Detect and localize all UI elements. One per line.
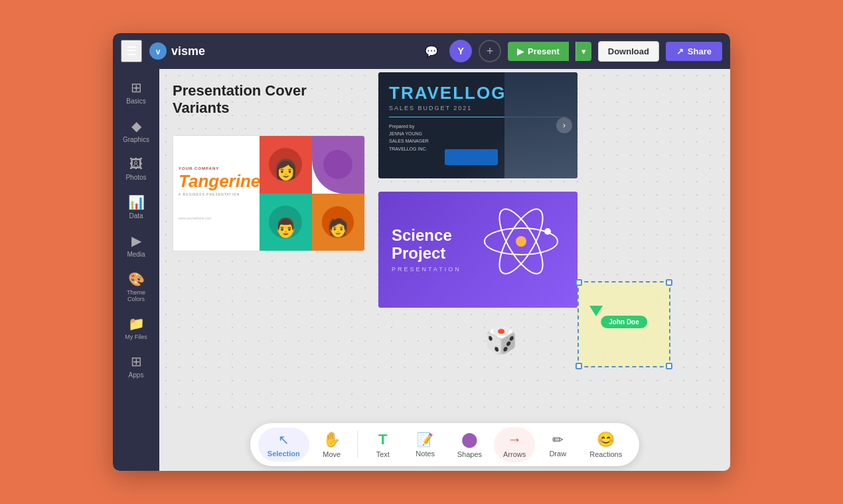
tangerine-brand: YOUR COMPANY (179, 166, 254, 170)
notes-icon: 📝 (417, 432, 433, 448)
sidebar-item-graphics[interactable]: ◆ Graphics (117, 113, 155, 149)
sidebar-item-label: Apps (129, 371, 144, 379)
svg-point-6 (544, 228, 551, 235)
resize-handle-tr[interactable] (666, 279, 672, 286)
sidebar-item-media[interactable]: ▶ Media (117, 227, 155, 263)
tg-cell-1: 👩 (260, 136, 312, 194)
sidebar: ⊞ Basics ◆ Graphics 🖼 Photos 📊 Data ▶ Me… (113, 69, 159, 471)
toolbar-divider-1 (357, 431, 358, 458)
present-dropdown-button[interactable]: ▾ (575, 42, 591, 61)
draw-label: Draw (549, 450, 566, 458)
slide-title: Presentation Cover Variants (173, 82, 307, 117)
canvas-content[interactable]: Presentation Cover Variants YOUR COMPANY… (159, 69, 730, 418)
toolbar-item-draw[interactable]: ✏ Draw (538, 428, 577, 462)
sidebar-item-my-files[interactable]: 📁 My Files (117, 310, 155, 346)
my-files-icon: 📁 (128, 316, 145, 332)
element-triangle (589, 306, 603, 316)
atom-graphic (478, 198, 564, 284)
logo: v visme (149, 42, 205, 60)
toolbar-item-arrows[interactable]: → Arrows (494, 427, 535, 462)
next-arrow[interactable]: › (556, 117, 572, 133)
header: ☰ v visme 💬 Y + ▶ Present ▾ Download ↗ S… (113, 33, 730, 69)
sidebar-item-basics[interactable]: ⊞ Basics (117, 74, 155, 110)
element-label: John Doe (601, 316, 647, 328)
media-icon: ▶ (131, 233, 141, 249)
svg-point-5 (516, 236, 526, 247)
text-label: Text (376, 450, 390, 458)
notes-label: Notes (416, 450, 435, 458)
basics-icon: ⊞ (131, 80, 142, 95)
apps-icon: ⊞ (131, 353, 142, 369)
sidebar-item-label: Data (129, 212, 143, 220)
toolbar-item-shapes[interactable]: ⬤ Shapes (448, 427, 491, 462)
sidebar-item-label: Graphics (123, 136, 149, 143)
main-area: ⊞ Basics ◆ Graphics 🖼 Photos 📊 Data ▶ Me… (113, 69, 730, 471)
theme-colors-icon: 🎨 (128, 271, 145, 287)
tg-cell-3: 👨 (260, 194, 312, 251)
tg-cell-2 (312, 136, 364, 194)
sidebar-item-label: Photos (125, 174, 146, 181)
sidebar-item-theme-colors[interactable]: 🎨 ThemeColors (117, 266, 155, 308)
photos-icon: 🖼 (129, 157, 143, 172)
reactions-label: Reactions (589, 450, 622, 458)
graphics-icon: ◆ (131, 118, 141, 134)
slide-tangerine[interactable]: YOUR COMPANY Tangerine A BUSINESS PRESEN… (173, 135, 365, 251)
reactions-icon: 😊 (597, 431, 615, 448)
toolbar-item-reactions[interactable]: 😊 Reactions (580, 427, 631, 462)
resize-handle-bl[interactable] (575, 363, 582, 369)
toolbar-item-notes[interactable]: 📝 Notes (406, 428, 445, 462)
logo-icon: v (149, 42, 167, 60)
menu-button[interactable]: ☰ (121, 40, 142, 62)
canvas-area: Presentation Cover Variants YOUR COMPANY… (159, 69, 730, 471)
toolbar-item-text[interactable]: T Text (363, 427, 403, 462)
sidebar-item-photos[interactable]: 🖼 Photos (117, 151, 155, 186)
shapes-label: Shapes (457, 450, 482, 458)
share-button[interactable]: ↗ Share (666, 42, 722, 61)
draw-icon: ✏ (552, 432, 564, 448)
sidebar-item-label: My Files (125, 334, 147, 340)
resize-handle-br[interactable] (666, 363, 672, 369)
toolbar-pills: ↖ Selection ✋ Move T Text 📝 Notes (250, 423, 639, 466)
sidebar-item-label: Basics (126, 97, 145, 105)
data-icon: 📊 (128, 194, 145, 210)
toolbar-item-selection[interactable]: ↖ Selection (258, 428, 309, 462)
comment-button[interactable]: 💬 (420, 40, 443, 62)
app-window: ☰ v visme 💬 Y + ▶ Present ▾ Download ↗ S… (113, 33, 730, 471)
slide-travellog[interactable]: TRAVELLOG SALES BUDGET 2021 Prepared by … (378, 72, 577, 178)
shapes-icon: ⬤ (461, 431, 478, 448)
text-icon: T (378, 431, 387, 448)
arrows-label: Arrows (503, 450, 526, 458)
selection-icon: ↖ (278, 432, 289, 448)
resize-handle-tl[interactable] (575, 279, 582, 286)
download-button[interactable]: Download (598, 41, 659, 62)
travellog-blue-bar (445, 149, 498, 165)
svg-text:v: v (156, 47, 161, 56)
sidebar-item-label: Media (127, 251, 145, 258)
slide-science[interactable]: Science Project PRESENTATION (378, 192, 577, 308)
board-game-pieces: 🎲 (485, 324, 538, 364)
tangerine-url: www.yourwebsite.com (179, 216, 254, 220)
move-icon: ✋ (323, 431, 341, 448)
arrows-icon: → (507, 431, 522, 448)
sidebar-item-apps[interactable]: ⊞ Apps (117, 348, 155, 384)
header-actions: 💬 Y + ▶ Present ▾ Download ↗ Share (420, 40, 722, 62)
selected-element[interactable]: John Doe (577, 281, 670, 367)
tangerine-title: Tangerine (179, 173, 254, 190)
sidebar-item-data[interactable]: 📊 Data (117, 189, 155, 225)
tg-cell-4: 🧑 (312, 194, 364, 251)
bottom-toolbar: ↖ Selection ✋ Move T Text 📝 Notes (159, 418, 730, 471)
add-collaborator-button[interactable]: + (479, 40, 501, 62)
selection-label: Selection (268, 450, 300, 458)
sidebar-item-label: ThemeColors (127, 289, 145, 302)
tangerine-subtitle: A BUSINESS PRESENTATION (179, 192, 254, 196)
present-button[interactable]: ▶ Present (508, 42, 569, 61)
move-label: Move (323, 450, 341, 458)
avatar[interactable]: Y (449, 40, 472, 62)
toolbar-item-move[interactable]: ✋ Move (312, 427, 352, 462)
